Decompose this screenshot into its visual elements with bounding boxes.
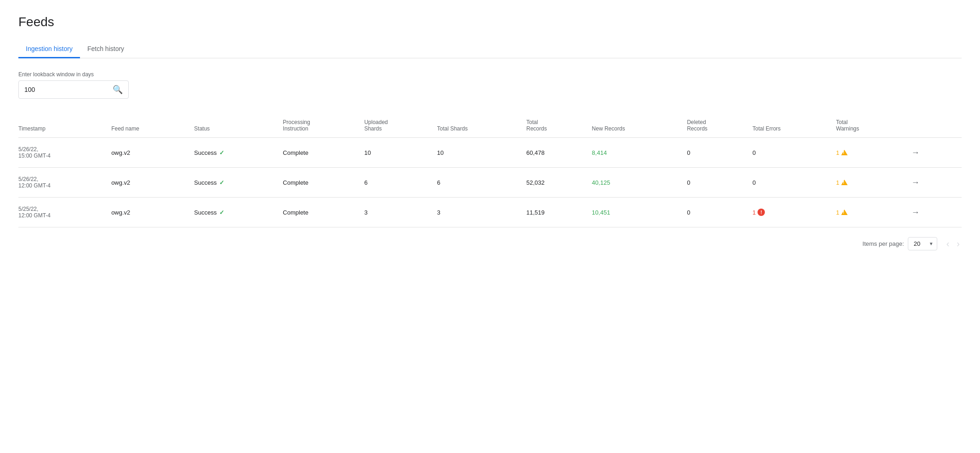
cell-total-errors: 0 xyxy=(752,138,836,168)
cell-uploaded-shards: 6 xyxy=(364,168,437,198)
col-header-total-records: Total Records xyxy=(526,113,592,138)
error-icon: ! xyxy=(758,209,765,216)
items-per-page-label: Items per page: xyxy=(862,240,904,247)
cell-feed-name: owg.v2 xyxy=(111,168,194,198)
search-label: Enter lookback window in days xyxy=(18,71,962,78)
cell-total-warnings: 1 xyxy=(836,168,908,198)
success-checkmark: ✓ xyxy=(219,179,224,186)
success-checkmark: ✓ xyxy=(219,149,224,156)
prev-page-arrow[interactable]: ‹ xyxy=(945,237,952,251)
cell-new-records: 8,414 xyxy=(592,138,687,168)
pagination-select-wrapper: Items per page: 10 20 50 100 xyxy=(862,237,937,250)
cell-processing-instruction: Complete xyxy=(283,138,364,168)
cell-processing-instruction: Complete xyxy=(283,198,364,227)
cell-timestamp: 5/25/22, 12:00 GMT-4 xyxy=(18,198,111,227)
search-section: Enter lookback window in days 🔍 xyxy=(18,71,962,99)
pagination: Items per page: 10 20 50 100 ‹ › xyxy=(18,237,962,251)
cell-row-arrow[interactable]: → xyxy=(907,198,962,227)
cell-timestamp: 5/26/22, 15:00 GMT-4 xyxy=(18,138,111,168)
status-text: Success xyxy=(194,179,217,186)
warning-icon xyxy=(841,210,848,215)
cell-total-records: 11,519 xyxy=(526,198,592,227)
cell-feed-name: owg.v2 xyxy=(111,138,194,168)
col-header-new-records: New Records xyxy=(592,113,687,138)
search-box: 🔍 xyxy=(18,80,129,99)
cell-new-records: 40,125 xyxy=(592,168,687,198)
cell-deleted-records: 0 xyxy=(687,198,752,227)
row-navigate-arrow[interactable]: → xyxy=(907,176,923,189)
error-number: 1 xyxy=(752,209,756,216)
cell-total-records: 52,032 xyxy=(526,168,592,198)
tab-ingestion-history[interactable]: Ingestion history xyxy=(18,40,80,58)
cell-total-records: 60,478 xyxy=(526,138,592,168)
cell-total-shards: 6 xyxy=(437,168,526,198)
warning-number: 1 xyxy=(836,209,839,216)
col-header-total-warnings: Total Warnings xyxy=(836,113,908,138)
ingestion-table: Timestamp Feed name Status Processing In… xyxy=(18,113,962,227)
cell-new-records: 10,451 xyxy=(592,198,687,227)
col-header-feed-name: Feed name xyxy=(111,113,194,138)
cell-total-shards: 3 xyxy=(437,198,526,227)
cell-feed-name: owg.v2 xyxy=(111,198,194,227)
col-header-timestamp: Timestamp xyxy=(18,113,111,138)
cell-row-arrow[interactable]: → xyxy=(907,168,962,198)
success-checkmark: ✓ xyxy=(219,209,224,216)
table-row: 5/26/22, 12:00 GMT-4owg.v2Success ✓Compl… xyxy=(18,168,962,198)
cell-uploaded-shards: 3 xyxy=(364,198,437,227)
cell-total-errors: 0 xyxy=(752,168,836,198)
cell-deleted-records: 0 xyxy=(687,138,752,168)
cell-uploaded-shards: 10 xyxy=(364,138,437,168)
new-records-value: 8,414 xyxy=(592,149,607,156)
items-per-page-select-wrapper: 10 20 50 100 xyxy=(908,237,937,250)
cell-row-arrow[interactable]: → xyxy=(907,138,962,168)
cell-total-warnings: 1 xyxy=(836,198,908,227)
warning-icon xyxy=(841,150,848,155)
status-text: Success xyxy=(194,209,217,216)
new-records-value: 10,451 xyxy=(592,209,610,216)
cell-total-shards: 10 xyxy=(437,138,526,168)
row-navigate-arrow[interactable]: → xyxy=(907,146,923,159)
col-header-deleted-records: Deleted Records xyxy=(687,113,752,138)
col-header-action xyxy=(907,113,962,138)
tab-fetch-history[interactable]: Fetch history xyxy=(80,40,131,58)
page-title: Feeds xyxy=(18,15,962,29)
warning-icon xyxy=(841,180,848,185)
cell-deleted-records: 0 xyxy=(687,168,752,198)
cell-status: Success ✓ xyxy=(194,168,283,198)
next-page-arrow[interactable]: › xyxy=(955,237,962,251)
col-header-status: Status xyxy=(194,113,283,138)
status-text: Success xyxy=(194,149,217,156)
table-header-row: Timestamp Feed name Status Processing In… xyxy=(18,113,962,138)
tabs-container: Ingestion history Fetch history xyxy=(18,40,962,58)
col-header-total-errors: Total Errors xyxy=(752,113,836,138)
cell-timestamp: 5/26/22, 12:00 GMT-4 xyxy=(18,168,111,198)
search-icon[interactable]: 🔍 xyxy=(113,85,123,95)
col-header-total-shards: Total Shards xyxy=(437,113,526,138)
search-input[interactable] xyxy=(24,86,109,93)
cell-total-warnings: 1 xyxy=(836,138,908,168)
cell-total-errors: 1 ! xyxy=(752,198,836,227)
warning-number: 1 xyxy=(836,179,839,186)
cell-status: Success ✓ xyxy=(194,198,283,227)
table-row: 5/25/22, 12:00 GMT-4owg.v2Success ✓Compl… xyxy=(18,198,962,227)
items-per-page-select[interactable]: 10 20 50 100 xyxy=(908,237,937,250)
cell-processing-instruction: Complete xyxy=(283,168,364,198)
nav-arrows: ‹ › xyxy=(945,237,962,251)
col-header-uploaded-shards: Uploaded Shards xyxy=(364,113,437,138)
table-row: 5/26/22, 15:00 GMT-4owg.v2Success ✓Compl… xyxy=(18,138,962,168)
cell-status: Success ✓ xyxy=(194,138,283,168)
col-header-processing-instruction: Processing Instruction xyxy=(283,113,364,138)
row-navigate-arrow[interactable]: → xyxy=(907,206,923,219)
warning-number: 1 xyxy=(836,149,839,156)
new-records-value: 40,125 xyxy=(592,179,610,186)
